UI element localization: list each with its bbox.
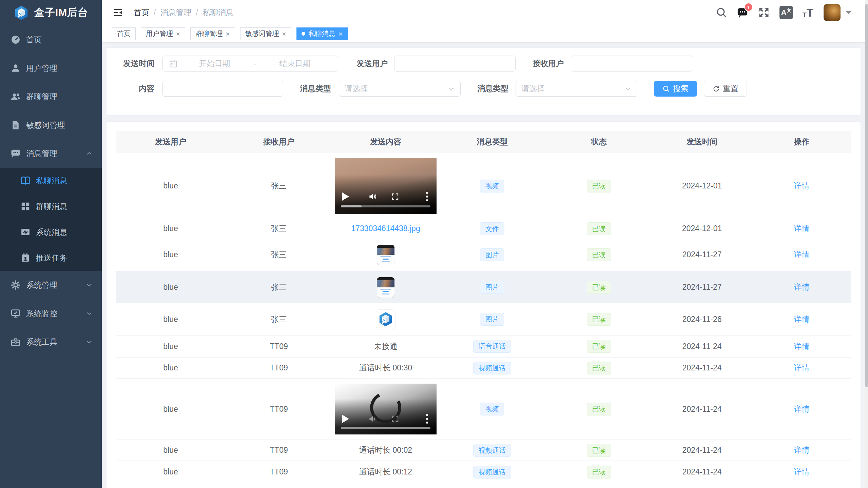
top-header: 首页 / 消息管理 / 私聊消息 1 A文 TT [102, 0, 868, 25]
scrollbar-thumb[interactable] [865, 4, 868, 387]
sidebar-item-home[interactable]: 首页 [0, 25, 102, 54]
receiver-input[interactable] [571, 56, 692, 72]
start-date-placeholder[interactable]: 开始日期 [178, 58, 251, 69]
table-row: blue TT09 [116, 379, 851, 440]
detail-link[interactable]: 详情 [794, 445, 810, 455]
app-title: 盒子IM后台 [34, 6, 88, 20]
messages-icon[interactable]: 1 [737, 7, 748, 18]
language-icon[interactable]: A文 [779, 6, 793, 19]
gear-icon [11, 280, 21, 290]
avatar[interactable] [824, 4, 841, 21]
cell-content-text: 未接通 [332, 341, 439, 352]
video-player-loading[interactable] [335, 384, 437, 434]
sidebar-item-message-management[interactable]: 消息管理 [0, 139, 102, 168]
cell-receiver: TT09 [225, 467, 332, 476]
video-progress-bar[interactable] [341, 427, 430, 429]
detail-link[interactable]: 详情 [794, 341, 810, 352]
sender-input[interactable] [394, 56, 516, 72]
play-icon[interactable] [342, 192, 349, 201]
column-header-action: 操作 [752, 137, 852, 147]
avatar-dropdown-caret-icon[interactable] [846, 11, 851, 14]
sidebar-item-user-management[interactable]: 用户管理 [0, 54, 102, 82]
close-icon[interactable]: × [176, 30, 180, 37]
table-row: blue TT09 通话时长 00:02 视频通话 已读 2024-11-24 … [116, 440, 851, 461]
sidebar-item-system-monitoring[interactable]: 系统监控 [0, 299, 102, 328]
detail-link[interactable]: 详情 [794, 223, 810, 234]
tab-label: 私聊消息 [308, 29, 335, 38]
chevron-down-icon [447, 85, 455, 93]
sidebar-item-system-tools[interactable]: 系统工具 [0, 328, 102, 356]
video-fullscreen-icon[interactable] [391, 192, 399, 201]
cell-send-time: 2024-11-24 [652, 342, 752, 351]
date-range-input[interactable]: 开始日期 - 结束日期 [162, 56, 338, 72]
sidebar-item-label: 系统工具 [26, 337, 57, 347]
status-badge: 已读 [587, 313, 611, 326]
close-icon[interactable]: × [282, 30, 286, 37]
sidebar-item-private-messages[interactable]: 私聊消息 [0, 168, 102, 194]
table-row: blue 张三 图片 已读 2024-11-27 详情 [116, 271, 851, 303]
cell-content-text: 通话时长 00:12 [332, 467, 439, 477]
sidebar-item-system-management[interactable]: 系统管理 [0, 271, 102, 299]
font-size-icon[interactable]: TT [803, 7, 813, 18]
more-options-icon[interactable] [426, 414, 428, 424]
cell-sender: blue [116, 405, 225, 414]
sidebar-item-push-tasks[interactable]: 推送任务 [0, 245, 102, 271]
play-icon[interactable] [342, 415, 349, 423]
breadcrumb-home[interactable]: 首页 [134, 7, 149, 18]
search-button[interactable]: 搜索 [654, 81, 697, 97]
video-fullscreen-icon[interactable] [391, 415, 399, 423]
message-type-select-1[interactable]: 请选择 [339, 81, 461, 97]
volume-icon[interactable] [368, 414, 377, 423]
volume-icon[interactable] [368, 192, 377, 201]
detail-link[interactable]: 详情 [794, 181, 810, 191]
app-logo[interactable]: 盒子IM后台 [0, 0, 102, 25]
search-icon[interactable] [716, 7, 727, 18]
tab-sensitive-words[interactable]: 敏感词管理 × [240, 27, 291, 40]
dashboard-icon [11, 35, 21, 45]
cell-receiver: 张三 [225, 249, 332, 260]
cell-content-text: 通话时长 00:02 [332, 445, 439, 455]
monitor-icon [11, 308, 21, 319]
calendar-icon [169, 59, 178, 68]
video-player[interactable] [335, 158, 437, 214]
table-row: blue TT09 通话时长 00:12 视频通话 已读 2024-11-24 … [116, 461, 851, 483]
table-row: blue 张三 1733034614438.jpg 文件 已读 2024-12-… [116, 219, 851, 238]
detail-link[interactable]: 详情 [794, 249, 810, 260]
end-date-placeholder[interactable]: 结束日期 [258, 58, 332, 69]
language-icon-main: A [781, 9, 787, 16]
sidebar-item-system-messages[interactable]: 系统消息 [0, 219, 102, 245]
detail-link[interactable]: 详情 [794, 363, 810, 373]
fullscreen-icon[interactable] [758, 6, 770, 19]
reset-button[interactable]: 重置 [704, 81, 747, 97]
message-type-tag: 视频通话 [473, 466, 511, 479]
image-thumbnail[interactable] [377, 277, 394, 298]
tab-home[interactable]: 首页 [112, 27, 136, 40]
tab-private-messages[interactable]: 私聊消息 × [296, 27, 348, 40]
table-row: blue 张三 视频 [116, 153, 851, 219]
image-thumbnail[interactable] [376, 310, 395, 329]
more-options-icon[interactable] [426, 192, 428, 201]
file-link[interactable]: 1733034614438.jpg [351, 224, 420, 233]
tab-group-management[interactable]: 群聊管理 × [190, 27, 235, 40]
content-input[interactable] [162, 81, 283, 97]
scrollbar[interactable] [865, 0, 868, 488]
image-thumbnail[interactable] [377, 245, 394, 265]
message-type-tag: 视频通话 [473, 362, 511, 374]
close-icon[interactable]: × [226, 30, 230, 37]
detail-link[interactable]: 详情 [794, 467, 810, 477]
detail-link[interactable]: 详情 [794, 404, 810, 414]
sidebar-item-group-messages[interactable]: 群聊消息 [0, 194, 102, 219]
close-icon[interactable]: × [339, 30, 343, 37]
message-type-select-2[interactable]: 请选择 [516, 81, 637, 97]
tab-user-management[interactable]: 用户管理 × [141, 27, 185, 40]
detail-link[interactable]: 详情 [794, 314, 810, 325]
cell-receiver: TT09 [225, 342, 332, 351]
sidebar-collapse-icon[interactable] [112, 7, 123, 18]
cell-content-text: 通话时长 00:30 [332, 363, 439, 373]
detail-link[interactable]: 详情 [794, 282, 810, 292]
sidebar-item-group-management[interactable]: 群聊管理 [0, 82, 102, 111]
sidebar-item-sensitive-words[interactable]: 敏感词管理 [0, 111, 102, 139]
sidebar-item-label: 系统监控 [26, 308, 57, 319]
cell-send-time: 2024-11-27 [652, 250, 752, 259]
video-progress-bar[interactable] [341, 205, 430, 207]
